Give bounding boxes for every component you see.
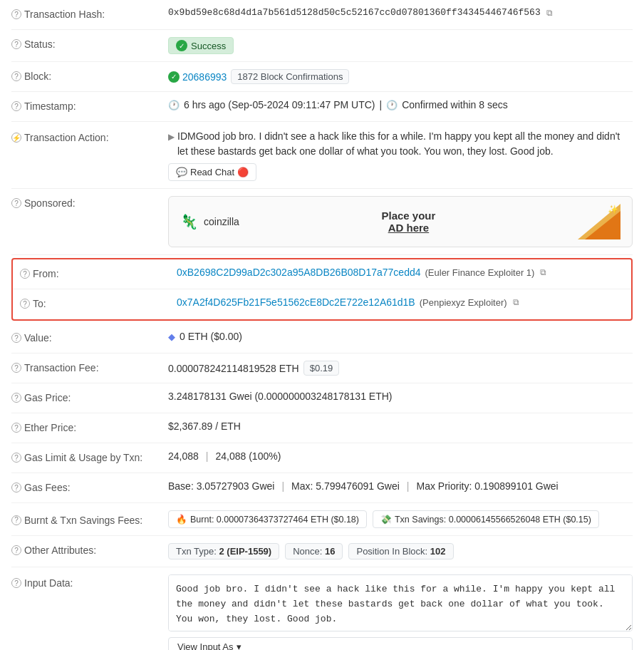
gas-limit-help-icon[interactable]: ? bbox=[11, 453, 21, 463]
ad-banner[interactable]: 🦎 coinzilla Place your AD here ✨ bbox=[168, 196, 633, 247]
gas-fees-sep2: | bbox=[407, 480, 410, 492]
status-label-col: ? Status: bbox=[11, 37, 168, 50]
block-help-icon[interactable]: ? bbox=[11, 71, 21, 81]
input-data-label-col: ? Input Data: bbox=[11, 574, 168, 589]
gas-fees-sep1: | bbox=[281, 480, 284, 492]
to-copy-icon[interactable]: ⧉ bbox=[513, 297, 519, 307]
to-row: ? To: 0x7A2f4D625Fb21F5e51562cE8Dc2E722e… bbox=[13, 289, 631, 319]
gas-usage-value: 24,088 (100%) bbox=[215, 450, 281, 462]
tx-hash-help-icon[interactable]: ? bbox=[11, 9, 21, 19]
timestamp-help-icon[interactable]: ? bbox=[11, 101, 21, 111]
gas-fees-help-icon[interactable]: ? bbox=[11, 483, 21, 492]
status-badge: Success bbox=[168, 37, 234, 54]
from-copy-icon[interactable]: ⧉ bbox=[540, 267, 546, 277]
from-help-icon[interactable]: ? bbox=[20, 269, 30, 279]
position-value: 102 bbox=[430, 546, 446, 557]
sponsored-help-icon[interactable]: ? bbox=[11, 198, 21, 208]
input-data-textarea[interactable] bbox=[168, 574, 633, 631]
status-help-icon[interactable]: ? bbox=[11, 39, 21, 49]
ether-price-value-col: $2,367.89 / ETH bbox=[168, 421, 633, 432]
gas-fees-base: Base: 3.05727903 Gwei bbox=[168, 480, 274, 492]
fee-value-col: 0.000078242114819528 ETH $0.19 bbox=[168, 361, 633, 376]
to-label-col: ? To: bbox=[20, 296, 177, 309]
gas-fees-label-col: ? Gas Fees: bbox=[11, 480, 168, 493]
txn-type-badge: Txn Type: 2 (EIP-1559) bbox=[168, 543, 279, 559]
coinzilla-logo-icon: 🦎 bbox=[180, 213, 198, 230]
nonce-label: Nonce: bbox=[293, 546, 322, 557]
from-row: ? From: 0xB2698C2D99aD2c302a95A8DB26B08D… bbox=[13, 259, 631, 289]
burnt-badge: 🔥 Burnt: 0.00007364373727464 ETH ($0.18) bbox=[168, 510, 367, 528]
fee-eth-value: 0.000078242114819528 ETH bbox=[168, 363, 299, 374]
gas-limit-value: 24,088 bbox=[168, 450, 199, 462]
from-address-name: (Euler Finance Exploiter 1) bbox=[425, 267, 535, 278]
ether-price-label-col: ? Ether Price: bbox=[11, 421, 168, 433]
read-chat-label: Read Chat bbox=[190, 167, 234, 177]
fee-label-col: ? Transaction Fee: bbox=[11, 361, 168, 373]
tx-hash-copy-icon[interactable]: ⧉ bbox=[546, 8, 553, 18]
gas-fees-value-col: Base: 3.05727903 Gwei | Max: 5.799476091… bbox=[168, 480, 633, 492]
fire-icon: 🔥 bbox=[176, 514, 187, 525]
tx-hash-label: ? Transaction Hash: bbox=[11, 7, 168, 20]
to-address-name: (Penpiexyz Exploiter) bbox=[420, 297, 507, 308]
position-badge: Position In Block: 102 bbox=[348, 543, 453, 559]
input-data-help-icon[interactable]: ? bbox=[11, 578, 21, 588]
svg-marker-1 bbox=[585, 211, 620, 239]
to-value-col: 0x7A2f4D625Fb21F5e51562cE8Dc2E722e12A61d… bbox=[177, 296, 624, 308]
tx-hash-value-col: 0x9bd59e8c68d4d1a7b561d5128d50c5c52167cc… bbox=[168, 7, 633, 18]
action-text-content: IDMGood job bro. I didn't see a hack lik… bbox=[177, 129, 633, 159]
gas-limit-value-col: 24,088 | 24,088 (100%) bbox=[168, 450, 633, 462]
ether-price-help-icon[interactable]: ? bbox=[11, 423, 21, 433]
to-address-link[interactable]: 0x7A2f4D625Fb21F5e51562cE8Dc2E722e12A61d… bbox=[177, 296, 415, 308]
action-value-col: ▶ IDMGood job bro. I didn't see a hack l… bbox=[168, 129, 633, 181]
gas-price-value: 3.248178131 Gwei (0.000000003248178131 E… bbox=[168, 391, 392, 402]
eth-diamond-icon: ◆ bbox=[168, 331, 175, 342]
txn-type-label: Txn Type: bbox=[176, 546, 217, 557]
to-help-icon[interactable]: ? bbox=[20, 299, 30, 309]
read-chat-button[interactable]: 💬 Read Chat 🔴 bbox=[168, 163, 256, 181]
from-label-col: ? From: bbox=[20, 267, 177, 279]
svg-text:✨: ✨ bbox=[608, 204, 618, 215]
value-help-icon[interactable]: ? bbox=[11, 333, 21, 343]
value-eth: 0 ETH ($0.00) bbox=[180, 331, 242, 342]
position-label: Position In Block: bbox=[356, 546, 427, 557]
from-address-link[interactable]: 0xB2698C2D99aD2c302a95A8DB26B08D17a77ced… bbox=[177, 267, 421, 278]
status-value-col: Success bbox=[168, 37, 633, 54]
fee-help-icon[interactable]: ? bbox=[11, 363, 21, 373]
other-attr-help-icon[interactable]: ? bbox=[11, 545, 21, 555]
savings-value: Txn Savings: 0.00006145566526048 ETH ($0… bbox=[395, 515, 591, 525]
block-value-col: 20686993 1872 Block Confirmations bbox=[168, 69, 633, 84]
ad-coinzilla: 🦎 coinzilla bbox=[180, 213, 239, 230]
other-attr-label-col: ? Other Attributes: bbox=[11, 543, 168, 556]
fee-usd-badge: $0.19 bbox=[303, 361, 340, 376]
confirmed-clock-icon: 🕐 bbox=[386, 100, 398, 110]
burnt-help-icon[interactable]: ? bbox=[11, 515, 21, 525]
gas-price-value-col: 3.248178131 Gwei (0.000000003248178131 E… bbox=[168, 391, 633, 402]
clock-icon: 🕐 bbox=[168, 100, 180, 110]
from-to-section: ? From: 0xB2698C2D99aD2c302a95A8DB26B08D… bbox=[11, 258, 633, 321]
block-confirmations-badge: 1872 Block Confirmations bbox=[231, 69, 349, 84]
txn-type-value: 2 (EIP-1559) bbox=[219, 546, 271, 557]
chat-icon: 💬 bbox=[176, 167, 187, 177]
input-data-col: View Input As ▾ bbox=[168, 574, 633, 650]
timestamp-value-col: 🕐 6 hrs ago (Sep-05-2024 09:11:47 PM UTC… bbox=[168, 99, 633, 110]
ad-right-graphic: ✨ bbox=[578, 204, 620, 239]
burnt-label-col: ? Burnt & Txn Savings Fees: bbox=[11, 513, 168, 526]
ad-place-text: Place your AD here bbox=[381, 210, 435, 234]
timestamp-confirmed: Confirmed within 8 secs bbox=[402, 99, 508, 110]
savings-icon: 💸 bbox=[380, 514, 392, 525]
gas-fees-max-priority: Max Priority: 0.190899101 Gwei bbox=[417, 480, 559, 492]
action-help-icon[interactable]: ⚡ bbox=[11, 133, 21, 143]
gas-limit-label-col: ? Gas Limit & Usage by Txn: bbox=[11, 450, 168, 463]
gas-price-help-icon[interactable]: ? bbox=[11, 393, 21, 403]
txn-savings-badge: 💸 Txn Savings: 0.00006145566526048 ETH (… bbox=[373, 510, 599, 528]
view-input-chevron-icon: ▾ bbox=[237, 641, 242, 650]
timestamp-separator: | bbox=[379, 99, 382, 110]
gas-fees-max: Max: 5.799476091 Gwei bbox=[291, 480, 400, 492]
burnt-value: Burnt: 0.00007364373727464 ETH ($0.18) bbox=[190, 515, 359, 525]
block-number-link[interactable]: 20686993 bbox=[168, 71, 227, 83]
timestamp-label-col: ? Timestamp: bbox=[11, 99, 168, 112]
sponsored-row: ? Sponsored: 🦎 coinzilla Place your AD h… bbox=[11, 189, 633, 255]
from-value-col: 0xB2698C2D99aD2c302a95A8DB26B08D17a77ced… bbox=[177, 267, 624, 278]
view-input-as-button[interactable]: View Input As ▾ bbox=[168, 637, 633, 650]
action-label-col: ⚡ Transaction Action: bbox=[11, 129, 168, 143]
